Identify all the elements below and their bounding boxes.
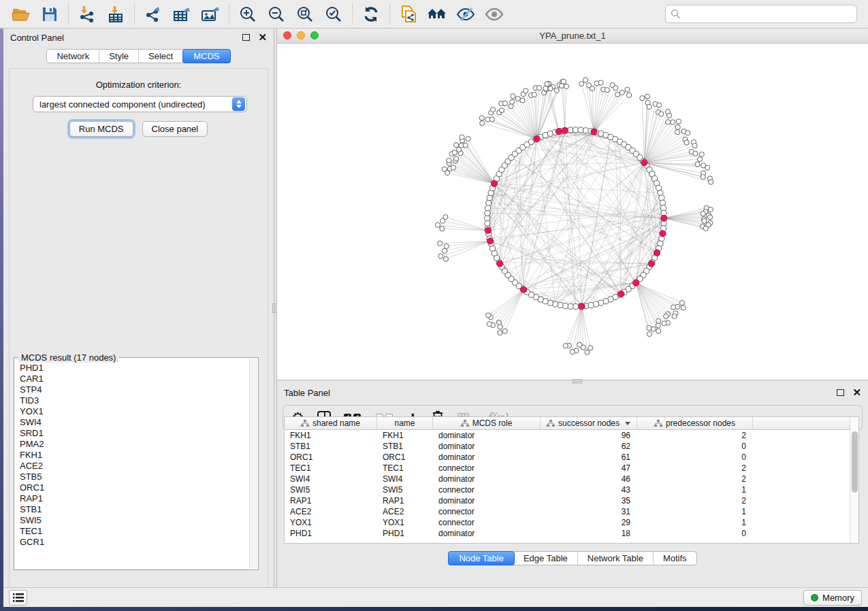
graph-leaf-node[interactable] [701,211,705,216]
graph-leaf-node[interactable] [563,343,568,348]
graph-node[interactable] [660,205,666,210]
table-scrollbar[interactable] [850,417,858,543]
tab-node-table[interactable]: Node Table [448,551,515,565]
tab-style[interactable]: Style [99,50,139,63]
graph-leaf-node[interactable] [442,167,447,171]
graph-leaf-node[interactable] [487,321,492,326]
tab-select[interactable]: Select [139,50,183,63]
tab-network-table[interactable]: Network Table [578,552,654,565]
result-list-item[interactable]: SWI4 [20,417,249,428]
graph-leaf-node[interactable] [651,327,656,331]
column-header-name[interactable]: name [377,417,433,429]
task-history-button[interactable] [9,590,27,606]
graph-leaf-node[interactable] [524,88,528,93]
graph-leaf-node[interactable] [466,136,470,141]
column-header-successor-nodes[interactable]: successor nodes [541,417,637,429]
graph-leaf-node[interactable] [502,329,507,333]
table-cell[interactable]: SWI5 [377,484,433,495]
graph-leaf-node[interactable] [613,85,618,90]
table-row[interactable]: STB1STB1dominator620 [285,441,858,452]
graph-leaf-node[interactable] [707,214,712,219]
table-cell[interactable]: 2 [637,463,753,474]
graph-leaf-node[interactable] [679,300,684,305]
tab-edge-table[interactable]: Edge Table [514,552,578,565]
graph-hub-node[interactable] [591,129,597,135]
result-scrollbar[interactable] [249,359,257,569]
graph-leaf-node[interactable] [438,254,443,259]
table-cell[interactable]: 96 [541,430,637,441]
graph-leaf-node[interactable] [647,331,652,336]
column-header-MCDS-role[interactable]: MCDS role [433,417,541,429]
graph-leaf-node[interactable] [615,92,620,97]
table-row[interactable]: ACE2ACE2connector311 [285,506,858,517]
graph-leaf-node[interactable] [605,87,609,92]
graph-leaf-node[interactable] [452,150,457,154]
result-list-item[interactable]: SRD1 [20,428,249,439]
graph-hub-node[interactable] [562,127,568,133]
graph-node[interactable] [578,127,583,133]
graph-leaf-node[interactable] [440,226,445,231]
graph-hub-node[interactable] [497,261,503,267]
table-row[interactable]: FKH1FKH1dominator962 [285,430,858,441]
column-header-shared-name[interactable]: shared name [285,417,377,429]
table-cell[interactable]: dominator [433,528,541,539]
graph-leaf-node[interactable] [520,98,525,103]
table-cell[interactable]: connector [433,484,541,495]
export-table-icon[interactable] [172,4,192,24]
graph-leaf-node[interactable] [451,165,455,169]
table-cell[interactable]: 2 [637,430,753,441]
column-header-predecessor-nodes[interactable]: predecessor nodes [637,417,753,429]
table-cell[interactable]: 61 [541,452,637,463]
result-list-item[interactable]: PMA2 [20,439,249,450]
tab-network[interactable]: Network [47,50,99,63]
table-cell[interactable]: 29 [541,517,637,528]
result-list-item[interactable]: TID3 [20,395,249,406]
graph-hub-node[interactable] [641,159,647,165]
table-cell[interactable]: ORC1 [285,452,377,463]
zoom-in-icon[interactable] [238,4,258,24]
graph-leaf-node[interactable] [515,96,520,101]
table-cell[interactable]: TEC1 [285,463,377,474]
close-panel-button[interactable]: Close panel [142,121,208,137]
table-cell[interactable]: SWI4 [285,474,377,484]
graph-leaf-node[interactable] [645,94,649,99]
table-cell[interactable]: ACE2 [377,506,433,517]
graph-leaf-node[interactable] [702,218,707,223]
export-image-icon[interactable] [200,4,221,24]
export-network-icon[interactable] [143,4,163,24]
table-row[interactable]: SWI4SWI4dominator462 [285,474,858,484]
graph-hub-node[interactable] [632,280,639,286]
graph-leaf-node[interactable] [662,320,666,325]
table-cell[interactable]: 46 [541,474,637,484]
graph-leaf-node[interactable] [692,143,697,148]
result-list-item[interactable]: STB5 [20,472,249,482]
graph-leaf-node[interactable] [671,119,675,124]
graph-leaf-node[interactable] [695,161,700,166]
graph-leaf-node[interactable] [664,314,669,318]
graph-node[interactable] [593,301,598,307]
graph-leaf-node[interactable] [577,342,582,347]
graph-hub-node[interactable] [654,249,660,255]
graph-leaf-node[interactable] [656,329,661,333]
show-all-icon[interactable] [484,4,504,24]
table-cell[interactable]: SWI5 [285,484,377,495]
search-input[interactable] [684,9,856,19]
graph-leaf-node[interactable] [548,86,553,90]
result-list-item[interactable]: PHD1 [20,363,249,374]
graph-leaf-node[interactable] [583,77,588,82]
table-cell[interactable]: dominator [433,474,541,484]
table-cell[interactable]: 62 [541,441,637,452]
table-row[interactable]: TEC1TEC1connector472 [285,463,858,474]
table-row[interactable]: ORC1ORC1dominator610 [285,452,858,463]
table-cell[interactable]: RAP1 [285,495,377,506]
result-list-item[interactable]: STB1 [20,504,249,515]
graph-hub-node[interactable] [579,303,585,309]
graph-leaf-node[interactable] [675,125,680,129]
graph-leaf-node[interactable] [627,93,632,97]
table-cell[interactable]: PHD1 [285,528,377,539]
graph-node[interactable] [485,205,490,210]
graph-hub-node[interactable] [534,135,540,142]
clone-network-icon[interactable] [398,4,419,24]
graph-leaf-node[interactable] [447,158,451,163]
table-row[interactable]: PHD1PHD1dominator180 [285,528,858,539]
